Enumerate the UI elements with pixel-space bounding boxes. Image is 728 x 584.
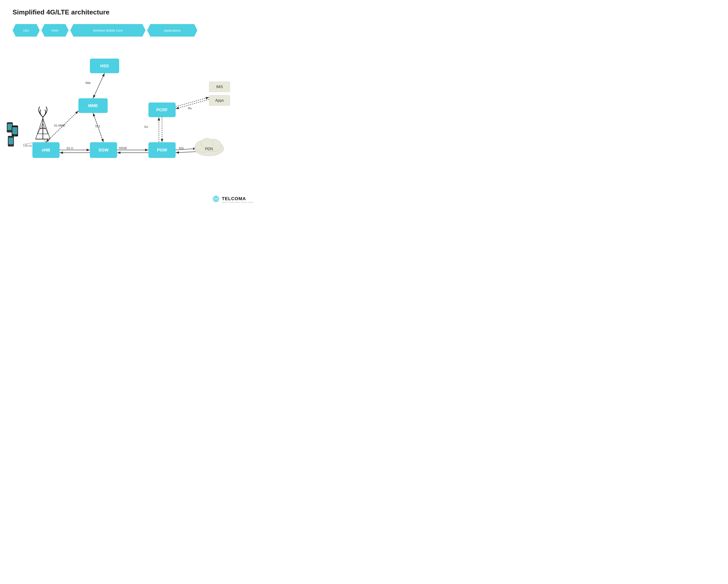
pdn-cloud: PDN: [192, 134, 226, 158]
page: Simplified 4G/LTE architecture UEs RAN W…: [0, 0, 259, 208]
telcoma-sub: CERTIFICATIONS SINCE 2009: [222, 201, 253, 203]
telcoma-brand: TELCOMA: [222, 196, 253, 201]
svg-rect-28: [8, 137, 13, 144]
svg-point-29: [10, 145, 11, 146]
svg-line-3: [93, 73, 105, 98]
telcoma-icon: [212, 195, 220, 204]
antenna-tower: [29, 107, 56, 141]
node-sgw: SGW: [90, 142, 117, 158]
label-s6a: S6a: [85, 81, 90, 84]
svg-rect-25: [12, 127, 17, 134]
svg-rect-22: [7, 124, 12, 130]
label-sgi: SGi: [179, 146, 184, 150]
node-mme: MME: [78, 98, 108, 113]
node-enb: eNB: [32, 142, 59, 158]
label-s1u: S1-U: [67, 146, 73, 150]
arrow-banner: UEs RAN Wireless Mobile Core Application…: [12, 23, 198, 37]
svg-point-23: [9, 131, 10, 132]
label-s5s8: S5/S8: [119, 146, 127, 150]
label-s1mme: S1-MME: [54, 124, 65, 127]
svg-line-17: [176, 97, 209, 107]
page-title: Simplified 4G/LTE architecture: [12, 8, 109, 16]
box-apps: Apps: [209, 95, 230, 106]
svg-text:PDN: PDN: [205, 147, 213, 151]
svg-line-4: [93, 73, 105, 98]
label-gx: Gx: [144, 125, 148, 128]
arrow-ues: UEs: [12, 24, 40, 36]
svg-point-26: [14, 134, 16, 136]
node-pgw: PGW: [149, 142, 176, 158]
label-lteuu: LTE-Uu: [23, 144, 32, 147]
arrow-applications: Applications: [147, 24, 198, 36]
node-hss: HSS: [90, 58, 119, 73]
label-s11: S11: [95, 124, 100, 128]
label-rx: Rx: [188, 107, 192, 110]
box-ims: IMS: [209, 82, 230, 92]
telcoma-logo: TELCOMA CERTIFICATIONS SINCE 2009: [212, 195, 253, 204]
ue-phones: [6, 121, 25, 151]
svg-line-18: [176, 99, 209, 109]
node-pcrf: PCRF: [149, 102, 176, 117]
arrow-wmc: Wireless Mobile Core: [70, 24, 146, 36]
arrow-ran: RAN: [42, 24, 69, 36]
telcoma-text-block: TELCOMA CERTIFICATIONS SINCE 2009: [222, 196, 253, 203]
